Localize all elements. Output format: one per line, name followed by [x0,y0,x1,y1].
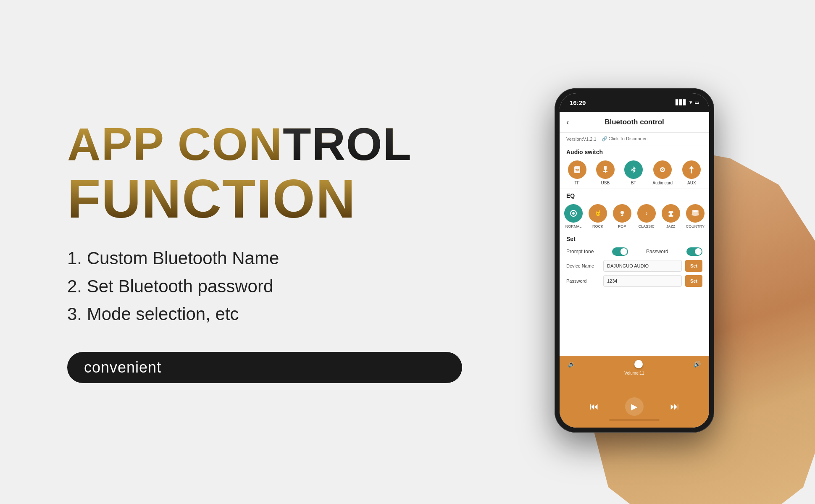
svg-rect-2 [604,166,607,170]
svg-text:🤘: 🤘 [594,210,602,217]
audio-item-bt[interactable]: BT [624,160,643,185]
svg-point-13 [572,212,575,215]
device-name-row: Device Name Set [566,260,702,272]
prompt-tone-row: Prompt tone Password [566,247,702,256]
status-time: 16:29 [570,99,586,106]
aux-icon [682,160,701,179]
features-list: 1. Custom Bluetooth Name 2. Set Bluetoot… [67,247,462,331]
phone-notch [607,93,662,105]
normal-icon [564,204,583,223]
title-black-part: TROL [283,118,412,170]
wifi-icon: ▾ [689,100,692,105]
eq-pop[interactable]: POP [613,204,631,228]
rock-label: ROCK [592,224,603,228]
device-name-label: Device Name [566,263,600,268]
password-set-button[interactable]: Set [685,275,702,287]
password-toggle[interactable] [686,247,702,256]
audio-item-usb[interactable]: USB [596,160,615,185]
volume-knob[interactable] [634,360,643,368]
battery-icon: ▭ [694,100,699,105]
phone-screen: 16:29 ▋▋▋ ▾ ▭ ‹ Bluetooth control [560,93,709,428]
volume-down-icon: 🔉 [568,361,575,368]
device-name-input[interactable] [603,260,682,272]
device-name-set-button[interactable]: Set [685,260,702,272]
country-icon [686,204,705,223]
eq-rock[interactable]: 🤘 ROCK [589,204,607,228]
convenient-badge[interactable]: convenient [67,352,462,383]
title-gold-part: APP CON [67,118,283,170]
volume-section: 🔉 🔊 Volume:11 [560,356,709,377]
tf-label: TF [575,181,580,185]
phone-wrapper: 16:29 ▋▋▋ ▾ ▭ ‹ Bluetooth control [555,88,714,433]
right-section: 16:29 ▋▋▋ ▾ ▭ ‹ Bluetooth control [487,0,815,504]
svg-text:TF: TF [575,169,579,172]
prompt-tone-toggle[interactable] [612,247,628,256]
audio-switch-label: Audio switch [560,145,709,157]
volume-up-icon: 🔊 [694,361,701,368]
eq-section-label: EQ [560,189,709,201]
password-row: Password Set [566,275,702,287]
phone-outer: 16:29 ▋▋▋ ▾ ▭ ‹ Bluetooth control [555,88,714,433]
eq-jazz[interactable]: JAZZ [662,204,680,228]
svg-point-19 [668,215,673,217]
set-section: Prompt tone Password Device Name Set [560,244,709,294]
home-indicator [609,419,660,421]
normal-label: NORMAL [565,224,582,228]
audio-item-aux[interactable]: AUX [682,160,701,185]
player-controls: ⏮ ▶ ⏭ [560,377,709,428]
audio-item-tf[interactable]: TF TF [568,160,586,185]
usb-label: USB [601,181,610,185]
tf-icon: TF [568,160,586,179]
classic-label: CLASSIC [639,224,655,228]
volume-icons-row: 🔉 🔊 [566,361,702,368]
set-section-label: Set [560,232,709,244]
password-row-label: Password [566,278,600,284]
pop-label: POP [618,224,626,228]
audio-item-audiocard[interactable]: Audio card [652,160,673,185]
feature-2: 2. Set Bluetooth password [67,275,462,298]
app-header: ‹ Bluetooth control [560,112,709,133]
version-bar: Version:V1.2.1 🔗 Click To Disconnect [560,133,709,145]
prompt-tone-label: Prompt tone [566,249,594,255]
play-button[interactable]: ▶ [625,397,644,416]
aux-label: AUX [687,181,696,185]
usb-icon [596,160,615,179]
prev-button[interactable]: ⏮ [589,401,599,412]
eq-country[interactable]: COUNTRY [686,204,705,228]
password-input[interactable] [603,275,682,287]
title-line1: APP CONTROL [67,121,462,167]
bt-label: BT [631,181,636,185]
app-content-area: Version:V1.2.1 🔗 Click To Disconnect Aud… [560,133,709,428]
version-text: Version:V1.2.1 [566,136,597,142]
eq-normal[interactable]: NORMAL [564,204,583,228]
svg-point-11 [691,172,692,173]
title-line2: FUNCTION [67,171,462,226]
svg-rect-4 [603,171,607,172]
audiocard-icon [653,160,672,179]
svg-point-9 [662,169,663,171]
back-button[interactable]: ‹ [566,117,569,127]
app-title: Bluetooth control [605,118,664,126]
eq-classic[interactable]: ♪ CLASSIC [637,204,656,228]
rock-icon: 🤘 [589,204,607,223]
bt-icon [624,160,643,179]
feature-3: 3. Mode selection, etc [67,303,462,326]
password-toggle-label: Password [646,249,668,255]
classic-icon: ♪ [637,204,656,223]
feature-1: 1. Custom Bluetooth Name [67,247,462,270]
audio-switch-row: TF TF USB [560,157,709,189]
disconnect-button[interactable]: 🔗 Click To Disconnect [602,136,649,142]
volume-label: Volume:11 [566,371,702,375]
svg-point-15 [620,211,624,214]
left-section: APP CONTROL FUNCTION 1. Custom Bluetooth… [0,87,487,417]
next-button[interactable]: ⏭ [670,401,679,412]
jazz-icon [662,204,680,223]
svg-text:♪: ♪ [645,210,648,216]
country-label: COUNTRY [686,224,705,228]
pop-icon [613,204,631,223]
eq-row: NORMAL 🤘 ROCK [560,201,709,232]
controls-row: ⏮ ▶ ⏭ [560,397,709,416]
play-icon: ▶ [631,402,637,412]
status-icons: ▋▋▋ ▾ ▭ [676,100,699,105]
jazz-label: JAZZ [666,224,676,228]
